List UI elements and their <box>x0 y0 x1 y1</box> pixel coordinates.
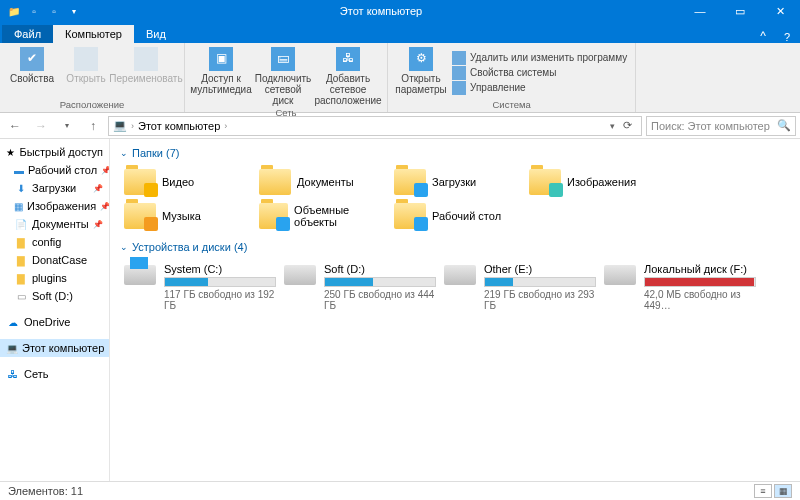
star-icon: ★ <box>6 145 15 159</box>
drive-item[interactable]: System (C:)117 ГБ свободно из 192 ГБ <box>120 259 280 315</box>
chevron-down-icon: ⌄ <box>120 242 128 252</box>
item-count: Элементов: 11 <box>8 485 83 497</box>
sidebar-quick-access[interactable]: ★Быстрый доступ <box>0 143 109 161</box>
drive-usage-bar <box>644 277 756 287</box>
drive-icon <box>604 265 636 285</box>
drives-section-header[interactable]: ⌄Устройства и диски (4) <box>120 241 790 253</box>
pin-icon: 📌 <box>100 202 110 211</box>
sidebar-desktop[interactable]: ▬Рабочий стол📌 <box>0 161 109 179</box>
sidebar-plugins[interactable]: ▇plugins <box>0 269 109 287</box>
folder-icon: ▇ <box>14 271 28 285</box>
chevron-right-icon: › <box>131 121 134 131</box>
drive-free-text: 42,0 МБ свободно из 449… <box>644 289 756 311</box>
forward-button[interactable]: → <box>30 116 52 136</box>
navigation-pane: ★Быстрый доступ ▬Рабочий стол📌 ⬇Загрузки… <box>0 139 110 481</box>
rename-button: Переименовать <box>116 47 176 98</box>
folder-icon <box>529 169 561 195</box>
folder-icon <box>394 169 426 195</box>
properties-button[interactable]: ✔Свойства <box>8 47 56 98</box>
ribbon-group-network: ▣Доступ к мультимедиа 🖴Подключить сетево… <box>185 43 388 112</box>
drive-icon: ▭ <box>14 289 28 303</box>
sidebar-downloads[interactable]: ⬇Загрузки📌 <box>0 179 109 197</box>
ribbon-collapse-icon[interactable]: ^ <box>752 29 774 43</box>
add-network-button[interactable]: 🖧Добавить сетевое расположение <box>317 47 379 106</box>
ribbon: ✔Свойства Открыть Переименовать Располож… <box>0 43 800 113</box>
sidebar-onedrive[interactable]: ☁OneDrive <box>0 313 109 331</box>
qat-item[interactable]: ▫ <box>26 3 42 19</box>
uninstall-button[interactable]: Удалить или изменить программу <box>452 51 627 65</box>
refresh-button[interactable]: ⟳ <box>617 119 637 132</box>
close-button[interactable]: ✕ <box>760 0 800 22</box>
back-button[interactable]: ← <box>4 116 26 136</box>
open-settings-button[interactable]: ⚙Открыть параметры <box>396 47 446 98</box>
manage-button[interactable]: Управление <box>452 81 627 95</box>
tab-view[interactable]: Вид <box>134 25 178 43</box>
open-button: Открыть <box>62 47 110 98</box>
sidebar-network[interactable]: 🖧Сеть <box>0 365 109 383</box>
sidebar-documents[interactable]: 📄Документы📌 <box>0 215 109 233</box>
folder-icon: ▇ <box>14 235 28 249</box>
media-access-button[interactable]: ▣Доступ к мультимедиа <box>193 47 249 106</box>
sidebar-pictures[interactable]: ▦Изображения📌 <box>0 197 109 215</box>
folder-icon <box>259 169 291 195</box>
pin-icon: 📌 <box>93 184 103 193</box>
drive-item[interactable]: Soft (D:)250 ГБ свободно из 444 ГБ <box>280 259 440 315</box>
drive-item[interactable]: Локальный диск (F:)42,0 МБ свободно из 4… <box>600 259 760 315</box>
sidebar-this-pc[interactable]: 💻Этот компьютер <box>0 339 109 357</box>
folder-icon <box>124 169 156 195</box>
documents-icon: 📄 <box>14 217 28 231</box>
quick-access-toolbar: 📁 ▫ ▫ ▾ <box>0 3 82 19</box>
drive-name: Other (E:) <box>484 263 596 275</box>
qat-item[interactable]: ▫ <box>46 3 62 19</box>
breadcrumb[interactable]: Этот компьютер <box>138 120 220 132</box>
folder-icon <box>394 203 426 229</box>
drives-grid: System (C:)117 ГБ свободно из 192 ГБSoft… <box>120 259 790 315</box>
network-icon: 🖧 <box>6 367 20 381</box>
downloads-icon: ⬇ <box>14 181 28 195</box>
folder-icon <box>124 203 156 229</box>
drive-item[interactable]: Other (E:)219 ГБ свободно из 293 ГБ <box>440 259 600 315</box>
qat-dropdown[interactable]: ▾ <box>66 3 82 19</box>
search-input[interactable]: Поиск: Этот компьютер 🔍 <box>646 116 796 136</box>
sidebar-donatcase[interactable]: ▇DonatCase <box>0 251 109 269</box>
folder-videos[interactable]: Видео <box>120 165 255 199</box>
up-button[interactable]: ↑ <box>82 116 104 136</box>
content-pane: ⌄Папки (7) Видео Документы Загрузки Изоб… <box>110 139 800 481</box>
maximize-button[interactable]: ▭ <box>720 0 760 22</box>
sidebar-config[interactable]: ▇config <box>0 233 109 251</box>
folder-pictures[interactable]: Изображения <box>525 165 660 199</box>
address-row: ← → ▾ ↑ 💻 › Этот компьютер › ▾ ⟳ Поиск: … <box>0 113 800 139</box>
system-properties-button[interactable]: Свойства системы <box>452 66 627 80</box>
folder-3d-objects[interactable]: Объемные объекты <box>255 199 390 233</box>
drive-free-text: 117 ГБ свободно из 192 ГБ <box>164 289 276 311</box>
ribbon-group-label: Система <box>396 99 627 110</box>
pin-icon: 📌 <box>101 166 110 175</box>
tiles-view-button[interactable]: ▦ <box>774 484 792 498</box>
recent-dropdown-icon[interactable]: ▾ <box>56 116 78 136</box>
folder-desktop[interactable]: Рабочий стол <box>390 199 525 233</box>
folder-icon <box>259 203 288 229</box>
drive-free-text: 219 ГБ свободно из 293 ГБ <box>484 289 596 311</box>
tab-computer[interactable]: Компьютер <box>53 25 134 43</box>
details-view-button[interactable]: ≡ <box>754 484 772 498</box>
window-title: Этот компьютер <box>82 5 680 17</box>
folder-downloads[interactable]: Загрузки <box>390 165 525 199</box>
folder-music[interactable]: Музыка <box>120 199 255 233</box>
folder-icon: ▇ <box>14 253 28 267</box>
tab-file[interactable]: Файл <box>2 25 53 43</box>
address-bar[interactable]: 💻 › Этот компьютер › ▾ ⟳ <box>108 116 642 136</box>
folders-section-header[interactable]: ⌄Папки (7) <box>120 147 790 159</box>
drive-usage-bar <box>484 277 596 287</box>
sidebar-soft-d[interactable]: ▭Soft (D:) <box>0 287 109 305</box>
drive-icon <box>444 265 476 285</box>
help-icon[interactable]: ? <box>774 31 800 43</box>
desktop-icon: ▬ <box>14 163 24 177</box>
drive-name: System (C:) <box>164 263 276 275</box>
drive-usage-bar <box>324 277 436 287</box>
address-dropdown-icon[interactable]: ▾ <box>610 121 615 131</box>
minimize-button[interactable]: — <box>680 0 720 22</box>
pin-icon: 📌 <box>93 220 103 229</box>
folder-documents[interactable]: Документы <box>255 165 390 199</box>
ribbon-group-system: ⚙Открыть параметры Удалить или изменить … <box>388 43 636 112</box>
map-drive-button[interactable]: 🖴Подключить сетевой диск <box>255 47 311 106</box>
